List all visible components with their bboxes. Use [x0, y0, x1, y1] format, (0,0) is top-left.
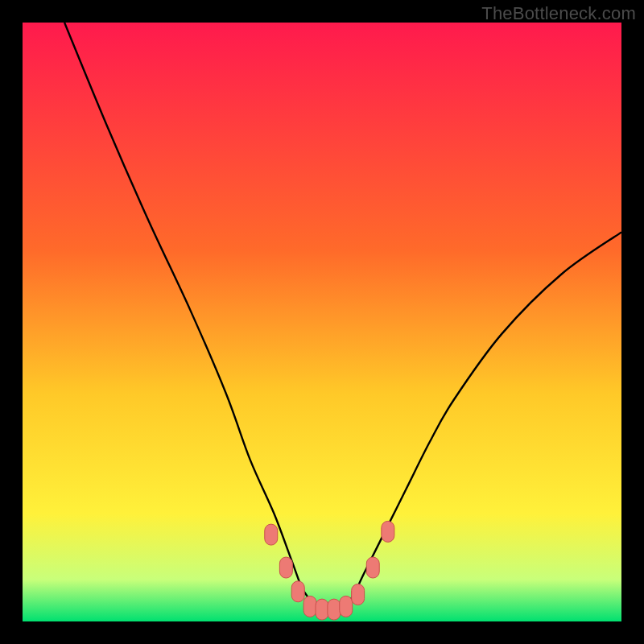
gradient-background — [23, 23, 621, 621]
curve-marker — [303, 596, 316, 617]
outer-frame: TheBottleneck.com — [0, 0, 644, 644]
curve-marker — [340, 596, 353, 617]
curve-marker — [316, 599, 328, 620]
curve-marker — [382, 521, 394, 542]
curve-marker — [366, 557, 379, 578]
curve-marker — [352, 584, 365, 605]
curve-marker — [328, 599, 341, 620]
curve-marker — [265, 524, 278, 545]
curve-marker — [279, 557, 292, 578]
chart-svg — [23, 23, 621, 621]
chart-plot-area — [23, 23, 621, 621]
watermark-text: TheBottleneck.com — [481, 3, 636, 24]
curve-marker — [291, 581, 304, 602]
